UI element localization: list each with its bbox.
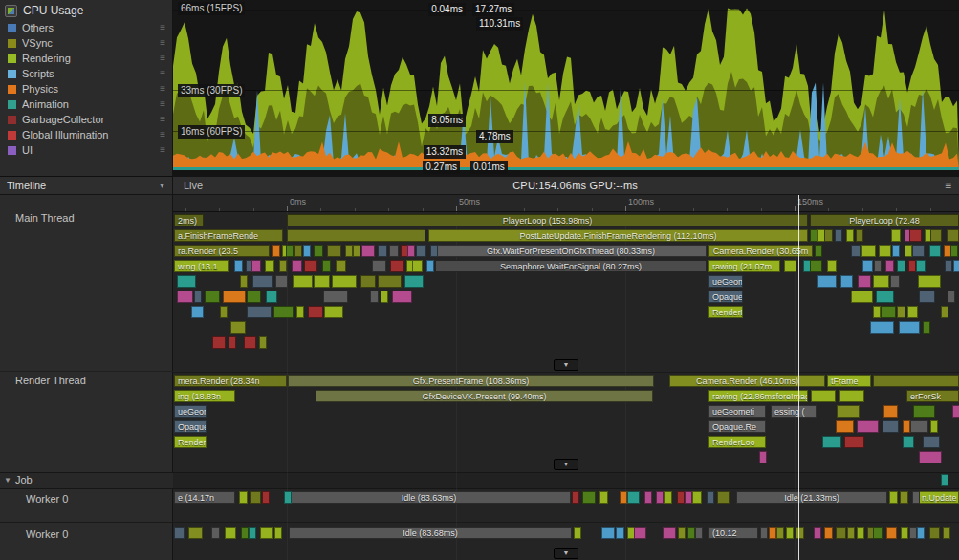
timeline-span[interactable] <box>664 491 672 504</box>
timeline-span[interactable] <box>211 527 220 539</box>
timeline-span[interactable] <box>811 390 836 402</box>
timeline-span[interactable]: PostLateUpdate.FinishFrameRendering (112… <box>428 229 808 242</box>
timeline-span[interactable] <box>294 245 302 257</box>
timeline-span[interactable] <box>260 527 273 539</box>
timeline-span[interactable] <box>760 527 768 539</box>
timeline-span[interactable] <box>644 491 652 504</box>
drag-handle-icon[interactable]: ≡ <box>160 54 165 63</box>
drag-handle-icon[interactable]: ≡ <box>160 23 165 32</box>
timeline-span[interactable] <box>873 306 881 318</box>
timeline-span[interactable] <box>266 291 277 303</box>
timeline-span[interactable] <box>663 527 676 539</box>
timeline-span[interactable] <box>314 245 323 257</box>
timeline-span[interactable] <box>620 491 627 504</box>
thread-row-label-worker-0[interactable]: Worker 0 <box>26 493 68 505</box>
timeline-span[interactable] <box>287 229 425 242</box>
timeline-span[interactable] <box>840 275 853 288</box>
timeline-span[interactable] <box>909 229 922 242</box>
timeline-span[interactable]: Opaque.R <box>174 420 207 433</box>
timeline-span[interactable] <box>873 527 883 539</box>
timeline-span[interactable] <box>905 245 912 257</box>
timeline-span[interactable] <box>873 375 959 387</box>
timeline-span[interactable] <box>360 275 376 288</box>
timeline-span[interactable] <box>324 306 343 318</box>
timeline-span[interactable] <box>876 291 894 303</box>
timeline-span[interactable] <box>759 451 767 463</box>
timeline-span[interactable] <box>230 321 246 334</box>
timeline-span[interactable]: PlayerLoop (72.48 <box>810 214 959 226</box>
timeline-span[interactable] <box>284 491 292 504</box>
timeline-span[interactable]: Gfx.WaitForPresentOnGfxThread (80.33ms) <box>435 245 707 257</box>
timeline-span[interactable]: Idle (83.68ms) <box>289 527 572 539</box>
timeline-span[interactable] <box>685 491 692 504</box>
timeline-span[interactable] <box>378 245 387 257</box>
timeline-span[interactable] <box>945 260 952 272</box>
timeline-span[interactable] <box>695 527 703 539</box>
timeline-span[interactable] <box>412 260 423 272</box>
timeline-span[interactable] <box>249 527 256 539</box>
timeline-span[interactable] <box>903 420 910 433</box>
timeline-span[interactable] <box>890 275 900 288</box>
timeline-span[interactable] <box>656 491 664 504</box>
timeline-span[interactable] <box>250 491 261 504</box>
timeline-span[interactable] <box>323 291 348 303</box>
timeline-span[interactable] <box>225 527 236 539</box>
drag-handle-icon[interactable]: ≡ <box>160 145 165 155</box>
timeline-span[interactable] <box>836 527 846 539</box>
timeline-span[interactable] <box>262 491 270 504</box>
timeline-span[interactable]: wing (13.1 <box>174 260 229 272</box>
timeline-span[interactable] <box>293 275 313 288</box>
timeline-span[interactable] <box>336 260 346 272</box>
legend-item-physics[interactable]: Physics≡ <box>0 81 172 97</box>
timeline-span[interactable] <box>381 291 388 303</box>
timeline-span[interactable] <box>837 405 860 418</box>
drag-handle-icon[interactable]: ≡ <box>160 115 165 124</box>
timeline-span[interactable]: rawing (21.07m <box>708 260 780 272</box>
timeline-span[interactable] <box>292 260 302 272</box>
timeline-span[interactable] <box>296 306 304 318</box>
timeline-span[interactable] <box>873 275 889 288</box>
timeline-span[interactable] <box>953 260 959 272</box>
timeline-span[interactable]: erForSk <box>906 390 959 402</box>
timeline-span[interactable] <box>345 245 353 257</box>
timeline-span[interactable] <box>378 275 402 288</box>
timeline-span[interactable]: e (14.17n <box>174 491 235 504</box>
timeline-span[interactable] <box>234 260 243 272</box>
timeline-span[interactable] <box>353 245 360 257</box>
timeline-span[interactable] <box>941 306 948 318</box>
timeline-span[interactable]: ueGeome <box>708 275 743 288</box>
timeline-span[interactable] <box>784 260 796 272</box>
timeline-span[interactable]: tFrame <box>827 375 871 387</box>
timeline-span[interactable] <box>430 245 438 257</box>
legend-item-garbagecollector[interactable]: GarbageCollector≡ <box>0 112 172 127</box>
timeline-span[interactable] <box>839 390 864 402</box>
timeline-span[interactable] <box>174 527 185 539</box>
timeline-span[interactable]: Idle (83.63ms) <box>287 491 571 504</box>
timeline-span[interactable] <box>332 275 357 288</box>
timeline-span[interactable] <box>908 260 916 272</box>
drag-handle-icon[interactable]: ≡ <box>160 130 165 140</box>
timeline-span[interactable] <box>810 260 822 272</box>
timeline-span[interactable]: Camera.Render (30.65m <box>708 245 813 257</box>
timeline-span[interactable] <box>229 336 236 349</box>
timeline-span[interactable]: Camera.Render (46.10ms) <box>669 375 825 387</box>
timeline-span[interactable] <box>923 436 940 448</box>
timeline-span[interactable] <box>634 527 646 539</box>
timeline-span[interactable]: RenderLc <box>708 306 743 318</box>
timeline-span[interactable] <box>177 275 196 288</box>
timeline-span[interactable] <box>836 420 854 433</box>
thread-row-label-worker-0[interactable]: Worker 0 <box>26 528 68 540</box>
timeline-span[interactable]: a.FinishFrameRende <box>174 229 283 242</box>
timeline-span[interactable] <box>897 260 905 272</box>
timeline-span[interactable] <box>599 491 608 504</box>
timeline-span[interactable] <box>194 291 202 303</box>
timeline-span[interactable]: ra.Render (23.5 <box>174 245 270 257</box>
timeline-span[interactable] <box>857 527 864 539</box>
timeline-span[interactable] <box>917 527 925 539</box>
timeline-span[interactable]: rawing (22.86msforeImag <box>708 390 808 402</box>
timeline-span[interactable]: essing ( <box>771 405 817 418</box>
timeline-span[interactable] <box>361 245 375 257</box>
timeline-span[interactable]: mera.Render (28.34n <box>174 375 287 387</box>
timeline-span[interactable] <box>717 491 730 504</box>
legend-item-vsync[interactable]: VSync≡ <box>0 35 172 51</box>
